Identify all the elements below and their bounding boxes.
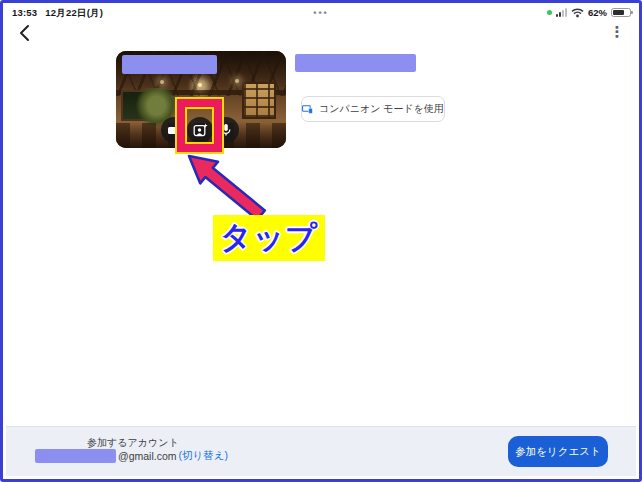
tap-label-text: タップ [220, 217, 318, 259]
status-right: 62% [547, 7, 631, 18]
email-domain: @gmail.com [118, 450, 177, 462]
meeting-title-redaction [295, 54, 416, 72]
back-button[interactable] [15, 23, 35, 43]
clock: 13:53 [12, 7, 37, 20]
request-to-join-button[interactable]: 参加をリクエスト [508, 436, 608, 467]
companion-mode-icon [302, 103, 313, 116]
overflow-menu-button[interactable]: ⋮ [609, 23, 625, 41]
multitask-dots-icon: ••• [313, 8, 328, 18]
microphone-toggle-button[interactable] [213, 117, 239, 143]
hotspot-dot-icon [547, 10, 552, 15]
videocam-icon [167, 124, 181, 137]
account-heading: 参加するアカウント [87, 436, 179, 450]
status-left: 13:53 12月22日(月) [12, 7, 103, 20]
cellular-signal-icon [556, 8, 567, 17]
camera-toggle-button[interactable] [161, 117, 187, 143]
camera-preview [116, 51, 286, 148]
screenshot-frame: 13:53 12月22日(月) ••• 62% ⋮ [0, 0, 642, 482]
effects-icon [193, 123, 208, 137]
switch-account-link[interactable]: (切り替え) [179, 449, 229, 463]
participant-name-redaction [122, 55, 217, 74]
companion-mode-button[interactable]: コンパニオン モードを使用 [301, 96, 445, 122]
companion-mode-label: コンパニオン モードを使用 [319, 102, 444, 116]
battery-icon [611, 8, 631, 17]
date: 12月22日(月) [45, 7, 103, 20]
effects-button[interactable] [187, 117, 213, 143]
account-line: @gmail.com (切り替え) [35, 449, 228, 463]
battery-percent: 62% [588, 7, 607, 18]
wifi-icon [571, 8, 584, 18]
tap-arrow-annotation [158, 148, 278, 223]
join-footer: 参加するアカウント @gmail.com (切り替え) 参加をリクエスト [6, 426, 636, 476]
status-bar: 13:53 12月22日(月) ••• 62% [3, 5, 639, 21]
microphone-icon [220, 123, 232, 137]
email-username-redaction [35, 449, 116, 463]
tap-label-annotation: タップ [213, 215, 325, 261]
back-chevron-icon [15, 23, 35, 43]
